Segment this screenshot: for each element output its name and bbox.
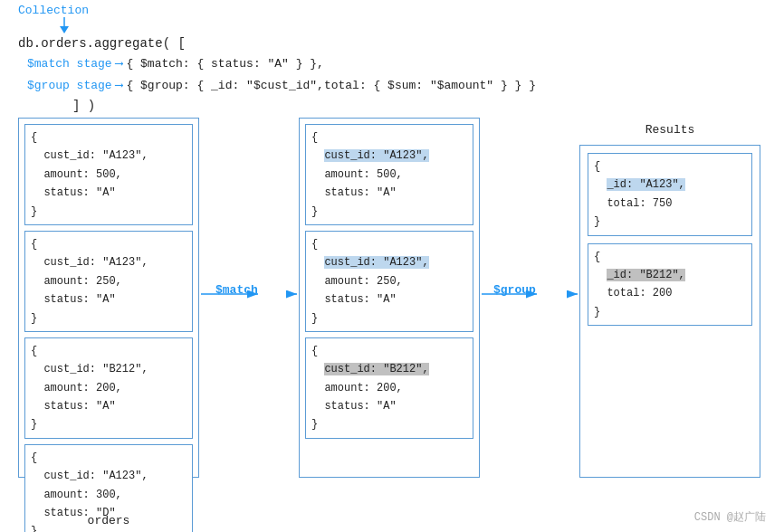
result-doc-0: { _id: "A123", total: 750 }: [588, 153, 752, 236]
doc-card-0: { cust_id: "A123", amount: 500, status: …: [24, 124, 193, 225]
group-stage-value: { $group: { _id: "$cust_id",total: { $su…: [126, 75, 535, 96]
match-highlight-0: cust_id: "A123",: [324, 149, 428, 162]
code-section: Collection db.orders.aggregate( [ $match…: [18, 4, 536, 117]
group-arrow: ⟶: [116, 75, 123, 96]
code-line1: db.orders.aggregate( [: [18, 33, 536, 53]
match-arrow: ⟶: [116, 53, 123, 74]
match-stage-row: $match stage ⟶ { $match: { status: "A" }…: [27, 53, 536, 74]
diagram: { cust_id: "A123", amount: 500, status: …: [18, 118, 766, 505]
match-doc-0: { cust_id: "A123", amount: 500, status: …: [305, 124, 473, 225]
doc-card-1: { cust_id: "A123", amount: 250, status: …: [24, 231, 193, 332]
code-line-end: ] ): [72, 96, 536, 116]
match-doc-1: { cust_id: "A123", amount: 250, status: …: [305, 231, 473, 332]
group-stage-label: $group stage: [27, 75, 112, 96]
result-highlight-0: _id: "A123",: [607, 178, 684, 191]
match-arrow-label: $match: [215, 283, 258, 297]
match-highlight-2: cust_id: "B212",: [324, 363, 428, 375]
group-arrow-label: $group: [493, 283, 536, 297]
results-title: Results: [579, 123, 760, 137]
results-box: { _id: "A123", total: 750 } { _id: "B212…: [579, 145, 760, 478]
match-highlight-1: cust_id: "A123",: [324, 256, 428, 269]
collection-label: Collection: [18, 4, 536, 17]
svg-marker-1: [60, 26, 69, 33]
collection-name-label: orders: [18, 514, 199, 527]
match-result-box: { cust_id: "A123", amount: 500, status: …: [299, 118, 480, 478]
result-highlight-1: _id: "B212",: [607, 269, 684, 281]
group-stage-row: $group stage ⟶ { $group: { _id: "$cust_i…: [27, 75, 536, 96]
collection-box: { cust_id: "A123", amount: 500, status: …: [18, 118, 199, 478]
result-doc-1: { _id: "B212", total: 200 }: [588, 243, 752, 327]
match-stage-value: { $match: { status: "A" } },: [126, 53, 323, 74]
match-doc-2: { cust_id: "B212", amount: 200, status: …: [305, 337, 473, 439]
watermark: CSDN @赵广陆: [694, 509, 766, 525]
doc-card-2: { cust_id: "B212", amount: 200, status: …: [24, 337, 193, 439]
match-stage-label: $match stage: [27, 53, 112, 74]
